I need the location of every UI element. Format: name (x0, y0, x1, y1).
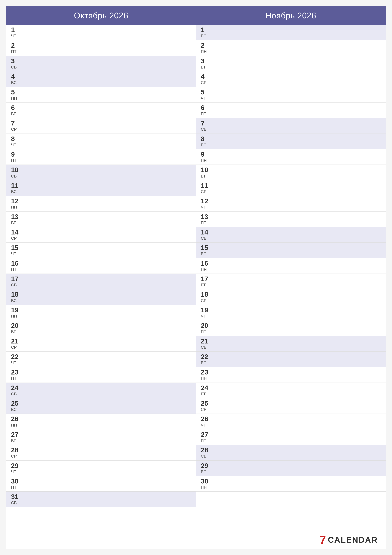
day-row: 3СБ (6, 56, 196, 71)
day-row: 9ПН (196, 149, 386, 165)
day-row: 3ВТ (196, 56, 386, 71)
day-name: ПН (11, 423, 191, 428)
day-name: ЧТ (11, 143, 191, 147)
day-name: ПТ (11, 376, 191, 381)
day-name: СР (201, 80, 381, 85)
day-name: СР (201, 189, 381, 194)
brand: 7 CALENDAR (320, 534, 378, 546)
day-name: ВС (11, 189, 191, 194)
day-name: СР (11, 127, 191, 132)
day-number: 16 (11, 260, 191, 267)
day-name: ЧТ (201, 96, 381, 101)
day-number: 30 (11, 478, 191, 485)
day-row: 30ПТ (6, 476, 196, 492)
day-number: 25 (201, 400, 381, 407)
day-number: 4 (201, 73, 381, 80)
day-row: 1ЧТ (6, 25, 196, 40)
day-row: 16ПТ (6, 258, 196, 274)
month-col-november: Ноябрь 20261ВС2ПН3ВТ4СР5ЧТ6ПТ7СБ8ВС9ПН10… (196, 6, 386, 531)
day-name: ПН (11, 205, 191, 210)
day-name: ЧТ (201, 314, 381, 319)
day-number: 10 (201, 166, 381, 174)
day-row: 11ВС (6, 180, 196, 196)
day-name: ВТ (11, 220, 191, 225)
day-row: 22ЧТ (6, 351, 196, 367)
day-row: 7СР (6, 118, 196, 133)
day-name: СР (11, 454, 191, 459)
day-name: ПН (11, 314, 191, 319)
day-row: 25СР (196, 398, 386, 414)
day-row: 12ПН (6, 196, 196, 211)
day-name: ЧТ (11, 34, 191, 38)
month-col-october: Октябрь 20261ЧТ2ПТ3СБ4ВС5ПН6ВТ7СР8ЧТ9ПТ1… (6, 6, 196, 531)
day-number: 6 (201, 104, 381, 111)
day-name: СБ (11, 65, 191, 70)
day-row: 26ПН (6, 414, 196, 429)
day-number: 5 (11, 89, 191, 96)
day-row: 26ЧТ (196, 414, 386, 429)
day-row: 10СБ (6, 165, 196, 180)
day-number: 15 (11, 244, 191, 251)
brand-text: CALENDAR (328, 535, 378, 545)
day-row: 15ВС (196, 242, 386, 258)
day-number: 21 (11, 338, 191, 345)
day-number: 12 (201, 197, 381, 205)
day-name: ЧТ (11, 360, 191, 365)
day-row: 29ЧТ (6, 460, 196, 476)
day-row: 21СР (6, 336, 196, 351)
footer: 7 CALENDAR (6, 531, 386, 549)
days-list-october: 1ЧТ2ПТ3СБ4ВС5ПН6ВТ7СР8ЧТ9ПТ10СБ11ВС12ПН1… (6, 25, 196, 531)
day-number: 3 (201, 58, 381, 65)
day-name: ЧТ (201, 423, 381, 428)
page: Октябрь 20261ЧТ2ПТ3СБ4ВС5ПН6ВТ7СР8ЧТ9ПТ1… (6, 6, 386, 549)
day-row: 13ПТ (196, 212, 386, 227)
day-name: СБ (11, 392, 191, 396)
day-row: 5ПН (6, 87, 196, 102)
day-number: 9 (11, 151, 191, 158)
day-number: 21 (201, 338, 381, 345)
day-row: 15ЧТ (6, 242, 196, 258)
day-name: ПТ (11, 485, 191, 490)
day-name: СР (201, 407, 381, 412)
day-name: ПН (201, 158, 381, 163)
day-row: 20ВТ (6, 320, 196, 336)
day-row: 10ВТ (196, 165, 386, 180)
day-number: 22 (201, 353, 381, 360)
day-row: 24ВТ (196, 383, 386, 398)
day-name: ВС (201, 251, 381, 256)
day-name: ПН (11, 96, 191, 101)
day-row: 2ПН (196, 40, 386, 56)
day-name: СБ (11, 283, 191, 287)
day-name: ПТ (201, 329, 381, 334)
day-row: 8ЧТ (6, 134, 196, 149)
day-name: ВС (201, 143, 381, 147)
day-name: ПТ (11, 158, 191, 163)
day-name: ПН (201, 376, 381, 381)
day-row: 28СБ (196, 445, 386, 460)
day-row: 17СБ (6, 274, 196, 289)
day-name: СР (201, 298, 381, 303)
brand-icon: 7 (320, 534, 326, 546)
day-row: 2ПТ (6, 40, 196, 56)
day-row: 25ВС (6, 398, 196, 414)
day-number: 27 (11, 431, 191, 438)
day-name: СБ (201, 454, 381, 459)
day-name: ПТ (201, 111, 381, 116)
day-number: 26 (201, 415, 381, 423)
day-name: ВС (201, 469, 381, 474)
day-number: 18 (11, 291, 191, 298)
day-row: 31СБ (6, 492, 196, 507)
day-row: 27ПТ (196, 429, 386, 445)
day-name: ПТ (201, 220, 381, 225)
day-row: 1ВС (196, 25, 386, 40)
day-number: 17 (201, 275, 381, 283)
day-number: 16 (201, 260, 381, 267)
day-number: 6 (11, 104, 191, 111)
day-row: 23ПТ (6, 367, 196, 383)
day-row: 13ВТ (6, 212, 196, 227)
day-row: 28СР (6, 445, 196, 460)
day-row: 29ВС (196, 460, 386, 476)
day-name: ВС (11, 80, 191, 85)
day-number: 1 (201, 26, 381, 34)
day-name: СБ (201, 236, 381, 241)
